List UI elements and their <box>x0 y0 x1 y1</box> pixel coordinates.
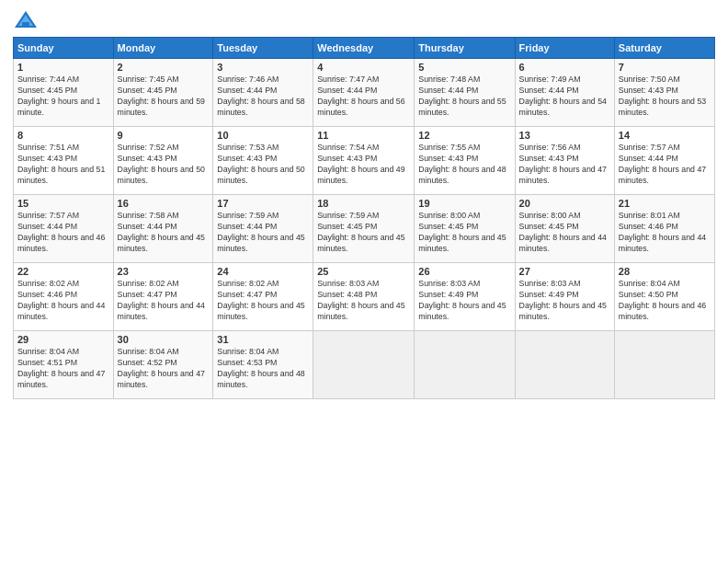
week-row-2: 8Sunrise: 7:51 AMSunset: 4:43 PMDaylight… <box>14 127 715 195</box>
day-number: 18 <box>317 198 410 209</box>
svg-rect-2 <box>22 22 29 28</box>
day-info: Sunrise: 7:59 AMSunset: 4:44 PMDaylight:… <box>217 211 309 255</box>
header <box>13 9 715 31</box>
day-cell: 8Sunrise: 7:51 AMSunset: 4:43 PMDaylight… <box>14 127 114 195</box>
day-cell: 24Sunrise: 8:02 AMSunset: 4:47 PMDayligh… <box>213 263 313 331</box>
day-info: Sunrise: 8:04 AMSunset: 4:52 PMDaylight:… <box>118 347 210 391</box>
day-number: 13 <box>519 130 610 141</box>
day-info: Sunrise: 8:04 AMSunset: 4:53 PMDaylight:… <box>217 347 309 391</box>
day-info: Sunrise: 7:46 AMSunset: 4:44 PMDaylight:… <box>217 75 309 119</box>
day-info: Sunrise: 8:01 AMSunset: 4:46 PMDaylight:… <box>619 211 711 255</box>
day-cell <box>313 331 415 399</box>
day-number: 30 <box>118 334 210 345</box>
day-number: 24 <box>217 266 309 277</box>
day-number: 25 <box>317 266 410 277</box>
day-info: Sunrise: 7:51 AMSunset: 4:43 PMDaylight:… <box>17 143 109 187</box>
day-info: Sunrise: 7:58 AMSunset: 4:44 PMDaylight:… <box>118 211 210 255</box>
day-number: 1 <box>17 62 109 73</box>
day-number: 31 <box>217 334 309 345</box>
day-info: Sunrise: 7:55 AMSunset: 4:43 PMDaylight:… <box>418 143 510 187</box>
day-number: 26 <box>418 266 510 277</box>
day-info: Sunrise: 8:04 AMSunset: 4:50 PMDaylight:… <box>619 279 711 323</box>
day-cell: 31Sunrise: 8:04 AMSunset: 4:53 PMDayligh… <box>213 331 313 399</box>
day-number: 6 <box>519 62 610 73</box>
day-info: Sunrise: 7:47 AMSunset: 4:44 PMDaylight:… <box>317 75 410 119</box>
day-info: Sunrise: 7:44 AMSunset: 4:45 PMDaylight:… <box>17 75 109 119</box>
day-cell: 16Sunrise: 7:58 AMSunset: 4:44 PMDayligh… <box>113 195 213 263</box>
day-cell: 4Sunrise: 7:47 AMSunset: 4:44 PMDaylight… <box>313 59 415 127</box>
day-number: 21 <box>619 198 711 209</box>
day-number: 22 <box>17 266 109 277</box>
day-number: 2 <box>118 62 210 73</box>
logo <box>13 9 42 31</box>
day-cell: 3Sunrise: 7:46 AMSunset: 4:44 PMDaylight… <box>213 59 313 127</box>
day-cell: 9Sunrise: 7:52 AMSunset: 4:43 PMDaylight… <box>113 127 213 195</box>
day-cell: 19Sunrise: 8:00 AMSunset: 4:45 PMDayligh… <box>415 195 515 263</box>
day-number: 9 <box>118 130 210 141</box>
day-cell: 2Sunrise: 7:45 AMSunset: 4:45 PMDaylight… <box>113 59 213 127</box>
week-row-3: 15Sunrise: 7:57 AMSunset: 4:44 PMDayligh… <box>14 195 715 263</box>
day-cell: 23Sunrise: 8:02 AMSunset: 4:47 PMDayligh… <box>113 263 213 331</box>
day-number: 8 <box>17 130 109 141</box>
day-info: Sunrise: 7:45 AMSunset: 4:45 PMDaylight:… <box>118 75 210 119</box>
day-cell: 11Sunrise: 7:54 AMSunset: 4:43 PMDayligh… <box>313 127 415 195</box>
day-number: 29 <box>17 334 109 345</box>
day-cell: 1Sunrise: 7:44 AMSunset: 4:45 PMDaylight… <box>14 59 114 127</box>
day-cell <box>515 331 614 399</box>
day-cell: 10Sunrise: 7:53 AMSunset: 4:43 PMDayligh… <box>213 127 313 195</box>
day-number: 11 <box>317 130 410 141</box>
day-info: Sunrise: 7:48 AMSunset: 4:44 PMDaylight:… <box>418 75 510 119</box>
day-cell: 17Sunrise: 7:59 AMSunset: 4:44 PMDayligh… <box>213 195 313 263</box>
day-number: 14 <box>619 130 711 141</box>
day-number: 7 <box>619 62 711 73</box>
day-number: 19 <box>418 198 510 209</box>
day-info: Sunrise: 7:52 AMSunset: 4:43 PMDaylight:… <box>118 143 210 187</box>
day-cell <box>415 331 515 399</box>
day-number: 23 <box>118 266 210 277</box>
day-info: Sunrise: 7:57 AMSunset: 4:44 PMDaylight:… <box>17 211 109 255</box>
day-cell <box>614 331 714 399</box>
col-header-tuesday: Tuesday <box>213 38 313 59</box>
day-info: Sunrise: 7:53 AMSunset: 4:43 PMDaylight:… <box>217 143 309 187</box>
day-cell: 22Sunrise: 8:02 AMSunset: 4:46 PMDayligh… <box>14 263 114 331</box>
day-cell: 18Sunrise: 7:59 AMSunset: 4:45 PMDayligh… <box>313 195 415 263</box>
day-number: 15 <box>17 198 109 209</box>
day-info: Sunrise: 8:03 AMSunset: 4:49 PMDaylight:… <box>418 279 510 323</box>
day-info: Sunrise: 8:03 AMSunset: 4:49 PMDaylight:… <box>519 279 610 323</box>
day-number: 28 <box>619 266 711 277</box>
week-row-1: 1Sunrise: 7:44 AMSunset: 4:45 PMDaylight… <box>14 59 715 127</box>
day-number: 4 <box>317 62 410 73</box>
day-cell: 29Sunrise: 8:04 AMSunset: 4:51 PMDayligh… <box>14 331 114 399</box>
day-number: 10 <box>217 130 309 141</box>
day-number: 5 <box>418 62 510 73</box>
day-cell: 6Sunrise: 7:49 AMSunset: 4:44 PMDaylight… <box>515 59 614 127</box>
day-info: Sunrise: 8:02 AMSunset: 4:46 PMDaylight:… <box>17 279 109 323</box>
logo-icon <box>13 9 39 31</box>
day-info: Sunrise: 7:50 AMSunset: 4:43 PMDaylight:… <box>619 75 711 119</box>
day-cell: 25Sunrise: 8:03 AMSunset: 4:48 PMDayligh… <box>313 263 415 331</box>
day-info: Sunrise: 8:00 AMSunset: 4:45 PMDaylight:… <box>418 211 510 255</box>
col-header-monday: Monday <box>113 38 213 59</box>
day-cell: 14Sunrise: 7:57 AMSunset: 4:44 PMDayligh… <box>614 127 714 195</box>
day-cell: 12Sunrise: 7:55 AMSunset: 4:43 PMDayligh… <box>415 127 515 195</box>
day-cell: 20Sunrise: 8:00 AMSunset: 4:45 PMDayligh… <box>515 195 614 263</box>
day-cell: 13Sunrise: 7:56 AMSunset: 4:43 PMDayligh… <box>515 127 614 195</box>
header-row: SundayMondayTuesdayWednesdayThursdayFrid… <box>14 38 715 59</box>
day-number: 27 <box>519 266 610 277</box>
day-info: Sunrise: 7:56 AMSunset: 4:43 PMDaylight:… <box>519 143 610 187</box>
day-info: Sunrise: 7:57 AMSunset: 4:44 PMDaylight:… <box>619 143 711 187</box>
day-number: 16 <box>118 198 210 209</box>
day-cell: 26Sunrise: 8:03 AMSunset: 4:49 PMDayligh… <box>415 263 515 331</box>
day-info: Sunrise: 8:03 AMSunset: 4:48 PMDaylight:… <box>317 279 410 323</box>
col-header-sunday: Sunday <box>14 38 114 59</box>
day-info: Sunrise: 7:54 AMSunset: 4:43 PMDaylight:… <box>317 143 410 187</box>
day-info: Sunrise: 8:00 AMSunset: 4:45 PMDaylight:… <box>519 211 610 255</box>
day-number: 3 <box>217 62 309 73</box>
day-info: Sunrise: 8:02 AMSunset: 4:47 PMDaylight:… <box>118 279 210 323</box>
day-number: 12 <box>418 130 510 141</box>
day-info: Sunrise: 7:59 AMSunset: 4:45 PMDaylight:… <box>317 211 410 255</box>
day-cell: 5Sunrise: 7:48 AMSunset: 4:44 PMDaylight… <box>415 59 515 127</box>
day-info: Sunrise: 8:04 AMSunset: 4:51 PMDaylight:… <box>17 347 109 391</box>
day-info: Sunrise: 7:49 AMSunset: 4:44 PMDaylight:… <box>519 75 610 119</box>
col-header-thursday: Thursday <box>415 38 515 59</box>
